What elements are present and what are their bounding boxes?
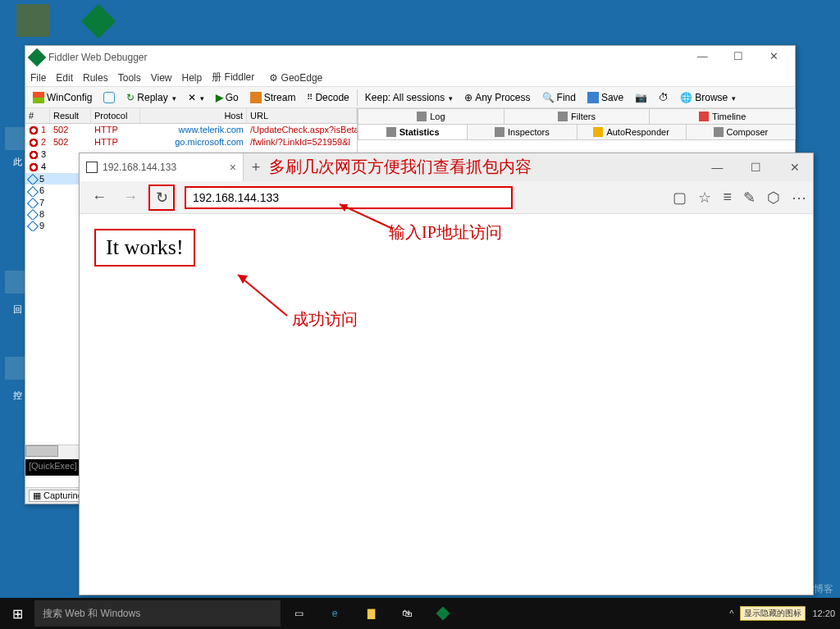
edge-minimize-button[interactable]: — — [699, 155, 735, 180]
fiddler-title: Fiddler Web Debugger — [48, 52, 148, 63]
page-heading: It works! — [106, 235, 184, 259]
browse-button[interactable]: 🌐Browse — [676, 90, 740, 105]
col-host[interactable]: Host — [140, 108, 247, 123]
timeline-icon — [699, 112, 709, 121]
col-result[interactable]: Result — [50, 108, 91, 123]
minimize-button[interactable]: — — [686, 48, 719, 67]
timer-button[interactable]: ⏱ — [655, 90, 673, 105]
hub-button[interactable]: ≡ — [723, 189, 732, 207]
watermark: @51CTO博客 — [772, 582, 833, 596]
session-row[interactable]: 2502HTTPgo.microsoft.com/fwlink/?LinkId=… — [25, 136, 357, 148]
task-view-button[interactable]: ▭ — [281, 598, 317, 629]
fiddler-titlebar[interactable]: Fiddler Web Debugger — ☐ ✕ — [25, 46, 795, 69]
stream-button[interactable]: Stream — [246, 90, 300, 105]
taskbar-explorer[interactable]: ▇ — [353, 598, 389, 629]
session-row[interactable]: 1502HTTPwww.telerik.com/UpdateCheck.aspx… — [25, 124, 357, 136]
reading-view-button[interactable]: ▢ — [673, 189, 687, 207]
statistics-icon — [386, 127, 396, 137]
page-icon — [86, 162, 98, 173]
fiddler-icon — [28, 48, 47, 67]
edge-close-button[interactable]: ✕ — [777, 155, 813, 180]
edge-maximize-button[interactable]: ☐ — [738, 155, 774, 180]
desktop-icon-user[interactable] — [8, 4, 57, 40]
tab-log[interactable]: Log — [358, 108, 504, 124]
start-button[interactable]: ⊞ — [0, 598, 34, 629]
edge-window: 192.168.144.133 × + — ☐ ✕ ← → ↻ 192.168.… — [79, 153, 814, 595]
tab-close-button[interactable]: × — [230, 161, 236, 174]
filters-icon — [558, 112, 568, 121]
screenshot-button[interactable]: 📷 — [631, 90, 651, 105]
refresh-button[interactable]: ↻ — [148, 185, 175, 211]
go-button[interactable]: ▶Go — [212, 90, 243, 105]
tab-composer[interactable]: Composer — [686, 124, 796, 139]
sessions-header[interactable]: # Result Protocol Host URL — [25, 108, 357, 124]
tab-filters[interactable]: Filters — [504, 108, 651, 124]
desktop-icon-fiddler[interactable] — [74, 4, 123, 37]
back-button[interactable]: ← — [86, 185, 112, 211]
favorites-button[interactable]: ☆ — [698, 189, 711, 207]
taskbar-store[interactable]: 🛍 — [389, 598, 425, 629]
edge-toolbar: ← → ↻ 192.168.144.133 ▢ ☆ ≡ ✎ ⬡ ⋯ — [80, 181, 813, 214]
tab-timeline[interactable]: Timeline — [649, 108, 796, 124]
replay-button[interactable]: ↻Replay — [122, 90, 180, 105]
tab-inspectors[interactable]: Inspectors — [467, 124, 577, 139]
browser-tab[interactable]: 192.168.144.133 × — [80, 153, 244, 181]
tray-clock[interactable]: 12:20 — [812, 608, 835, 618]
menu-help[interactable]: Help — [182, 72, 203, 84]
address-bar[interactable]: 192.168.144.133 — [185, 186, 513, 209]
tab-title: 192.168.144.133 — [103, 162, 176, 173]
col-url[interactable]: URL — [247, 108, 357, 123]
tray-chevron-icon[interactable]: ^ — [729, 608, 733, 618]
menu-file[interactable]: File — [30, 72, 46, 84]
system-tray[interactable]: ^ 显示隐藏的图标 12:20 — [729, 606, 840, 621]
right-tabs: Log Filters Timeline Statistics Inspecto… — [358, 108, 795, 140]
taskbar-fiddler[interactable] — [425, 598, 461, 629]
keep-sessions-dropdown[interactable]: Keep: All sessions — [361, 90, 457, 105]
share-button[interactable]: ⬡ — [767, 189, 780, 207]
comment-button[interactable] — [99, 90, 119, 105]
menu-edit[interactable]: Edit — [56, 72, 73, 84]
tab-autoresponder[interactable]: AutoResponder — [577, 124, 687, 139]
taskbar-search[interactable]: 搜索 Web 和 Windows — [34, 600, 281, 627]
fiddler-menubar: File Edit Rules Tools View Help 册 Fiddle… — [25, 69, 795, 87]
inspectors-icon — [495, 127, 504, 137]
forward-button[interactable]: → — [117, 185, 144, 211]
col-protocol[interactable]: Protocol — [91, 108, 140, 123]
col-num[interactable]: # — [25, 108, 50, 123]
save-button[interactable]: Save — [583, 90, 628, 105]
new-tab-button[interactable]: + — [244, 159, 268, 176]
fiddler-toolbar: WinConfig ↻Replay ✕ ▶Go Stream ⠿Decode K… — [25, 87, 795, 108]
menu-rules[interactable]: Rules — [83, 72, 108, 84]
menu-view[interactable]: View — [151, 72, 172, 84]
page-content: It works! — [80, 214, 813, 595]
edge-titlebar[interactable]: 192.168.144.133 × + — ☐ ✕ — [80, 153, 813, 181]
menu-donate[interactable]: 册 Fiddler — [212, 71, 254, 84]
menu-geoedge[interactable]: GeoEdge — [269, 72, 322, 84]
autoresponder-icon — [593, 127, 603, 137]
tab-statistics[interactable]: Statistics — [358, 124, 468, 139]
more-button[interactable]: ⋯ — [792, 189, 806, 207]
notes-button[interactable]: ✎ — [743, 189, 756, 207]
log-icon — [417, 112, 427, 121]
winconfig-button[interactable]: WinConfig — [29, 90, 96, 105]
decode-button[interactable]: ⠿Decode — [303, 90, 353, 105]
menu-tools[interactable]: Tools — [118, 72, 141, 84]
composer-icon — [714, 127, 724, 137]
taskbar-edge[interactable]: e — [317, 598, 353, 629]
close-button[interactable]: ✕ — [757, 48, 790, 67]
taskbar: ⊞ 搜索 Web 和 Windows ▭ e ▇ 🛍 ^ 显示隐藏的图标 12:… — [0, 598, 840, 629]
remove-button[interactable]: ✕ — [184, 90, 208, 105]
find-button[interactable]: 🔍Find — [538, 90, 580, 105]
itworks-highlight: It works! — [94, 229, 195, 267]
any-process-button[interactable]: ⊕Any Process — [460, 90, 534, 105]
maximize-button[interactable]: ☐ — [722, 48, 755, 67]
tray-tooltip: 显示隐藏的图标 — [740, 606, 806, 621]
